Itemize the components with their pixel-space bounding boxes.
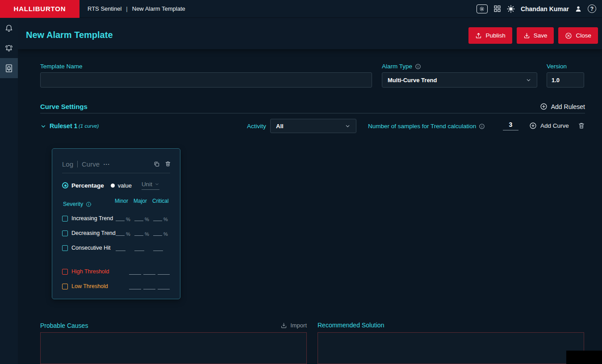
import-icon bbox=[280, 322, 287, 329]
sidebar-item-alarm-settings[interactable] bbox=[0, 38, 18, 58]
add-curve-label: Add Curve bbox=[540, 123, 569, 129]
settings-icon[interactable] bbox=[477, 4, 488, 13]
decreasing-trend-checkbox[interactable] bbox=[62, 230, 68, 236]
percentage-radio-label: Percentage bbox=[71, 182, 104, 189]
major-value-field[interactable] bbox=[134, 215, 143, 221]
ruleset-name[interactable]: Ruleset 1 bbox=[50, 123, 77, 129]
severity-info-icon[interactable] bbox=[86, 201, 92, 207]
value-radio-label: value bbox=[118, 182, 132, 189]
critical-value-field[interactable] bbox=[153, 245, 163, 251]
low-threshold-minor-field[interactable] bbox=[129, 284, 141, 289]
major-value-field[interactable] bbox=[134, 230, 143, 236]
user-name[interactable]: Chandan Kumar bbox=[521, 5, 569, 13]
unit-select[interactable]: Unit bbox=[142, 181, 159, 190]
bell-icon bbox=[4, 24, 13, 33]
delete-curve-icon[interactable] bbox=[165, 160, 171, 167]
add-ruleset-label: Add Ruleset bbox=[551, 104, 585, 110]
sidebar-item-alarms[interactable] bbox=[0, 18, 18, 38]
major-value-field[interactable] bbox=[134, 245, 144, 251]
save-button[interactable]: Save bbox=[517, 27, 554, 44]
severity-label: Severity bbox=[63, 201, 83, 207]
consecutive-hit-row: Consecutive Hit bbox=[62, 243, 176, 253]
add-ruleset-button[interactable]: Add Ruleset bbox=[540, 103, 585, 110]
sidebar-item-alarm-templates[interactable] bbox=[0, 58, 18, 78]
publish-icon bbox=[475, 32, 482, 39]
add-curve-button[interactable]: Add Curve bbox=[529, 122, 569, 130]
probable-causes-label: Probable Causes bbox=[40, 322, 88, 329]
percentage-radio[interactable] bbox=[62, 182, 68, 188]
version-label: Version bbox=[547, 63, 567, 70]
critical-value-field[interactable] bbox=[153, 230, 162, 236]
increasing-trend-checkbox[interactable] bbox=[62, 216, 68, 222]
close-button[interactable]: Close bbox=[558, 27, 598, 44]
high-threshold-row: High Threshold bbox=[62, 267, 176, 276]
help-icon[interactable]: ? bbox=[588, 4, 596, 13]
template-name-input[interactable] bbox=[40, 72, 372, 88]
left-sidebar bbox=[0, 18, 18, 364]
version-input[interactable] bbox=[547, 72, 584, 88]
bell-ring-icon bbox=[4, 44, 13, 53]
samples-info-icon[interactable] bbox=[479, 123, 485, 130]
chevron-down-icon bbox=[155, 182, 159, 187]
high-threshold-checkbox[interactable] bbox=[62, 269, 68, 275]
card-header-divider bbox=[62, 173, 170, 173]
activity-select[interactable]: All bbox=[270, 119, 356, 133]
header-actions: Publish Save Close bbox=[468, 27, 598, 44]
critical-value-field[interactable] bbox=[153, 215, 162, 221]
circle-plus-icon bbox=[529, 122, 537, 130]
low-threshold-row: Low Threshold bbox=[62, 281, 176, 291]
high-threshold-critical-field[interactable] bbox=[158, 269, 170, 275]
high-threshold-major-field[interactable] bbox=[143, 269, 155, 275]
probable-causes-textarea[interactable] bbox=[40, 332, 307, 364]
save-label: Save bbox=[534, 32, 548, 39]
low-threshold-major-field[interactable] bbox=[143, 284, 155, 289]
recommended-solution-header: Recommended Solution bbox=[318, 322, 584, 328]
log-tab[interactable]: Log bbox=[62, 160, 73, 168]
alarm-type-value: Multi-Curve Trend bbox=[388, 77, 437, 84]
low-threshold-label: Low Threshold bbox=[71, 283, 129, 289]
curve-card: Log Curve ••• Percentage value Unit bbox=[52, 148, 180, 299]
theme-sun-icon[interactable] bbox=[507, 5, 515, 13]
minor-value-field[interactable] bbox=[116, 215, 125, 221]
value-mode-radio-group: Percentage value Unit bbox=[62, 180, 176, 191]
chevron-down-icon bbox=[345, 123, 351, 129]
publish-label: Publish bbox=[485, 32, 505, 39]
ruleset-curve-count: (1 curve) bbox=[79, 124, 99, 129]
chevron-down-icon bbox=[526, 77, 531, 83]
percent-suffix: % bbox=[163, 231, 168, 237]
publish-button[interactable]: Publish bbox=[468, 27, 512, 44]
alarm-type-select[interactable]: Multi-Curve Trend bbox=[382, 72, 537, 88]
app-window: HALLIBURTON RTS Sentinel | New Alarm Tem… bbox=[0, 0, 602, 364]
copy-icon[interactable] bbox=[154, 160, 160, 167]
percent-suffix: % bbox=[145, 231, 149, 237]
samples-count-input[interactable]: 3 bbox=[503, 120, 518, 130]
ruleset-collapse-chevron-icon[interactable] bbox=[40, 123, 46, 130]
minor-value-field[interactable] bbox=[116, 245, 125, 251]
delete-ruleset-icon[interactable] bbox=[578, 122, 585, 130]
samples-label: Number of samples for Trend calculation bbox=[368, 123, 485, 130]
severity-col-major: Major bbox=[134, 198, 147, 204]
high-threshold-label: High Threshold bbox=[71, 268, 129, 275]
apps-grid-icon[interactable] bbox=[493, 5, 501, 13]
close-label: Close bbox=[576, 32, 591, 39]
halliburton-logo: HALLIBURTON bbox=[0, 0, 79, 18]
curve-tab[interactable]: Curve bbox=[82, 160, 100, 168]
screen-corner-overlay bbox=[566, 351, 602, 364]
unit-label: Unit bbox=[142, 181, 152, 188]
low-threshold-checkbox[interactable] bbox=[62, 284, 68, 289]
import-button[interactable]: Import bbox=[280, 322, 307, 329]
more-options-icon[interactable]: ••• bbox=[104, 162, 110, 166]
recommended-solution-textarea[interactable] bbox=[318, 332, 584, 364]
breadcrumb: RTS Sentinel | New Alarm Template bbox=[88, 5, 185, 12]
increasing-trend-row: Increasing Trend % % % bbox=[62, 213, 176, 223]
alarm-type-label-text: Alarm Type bbox=[382, 63, 412, 70]
minor-value-field[interactable] bbox=[116, 230, 125, 236]
user-icon[interactable] bbox=[575, 5, 582, 13]
severity-col-minor: Minor bbox=[115, 198, 128, 204]
percent-suffix: % bbox=[126, 217, 130, 222]
high-threshold-minor-field[interactable] bbox=[129, 269, 141, 275]
value-radio[interactable] bbox=[111, 184, 115, 188]
consecutive-hit-checkbox[interactable] bbox=[62, 245, 68, 251]
alarm-type-info-icon[interactable] bbox=[415, 63, 421, 70]
low-threshold-critical-field[interactable] bbox=[158, 284, 170, 289]
